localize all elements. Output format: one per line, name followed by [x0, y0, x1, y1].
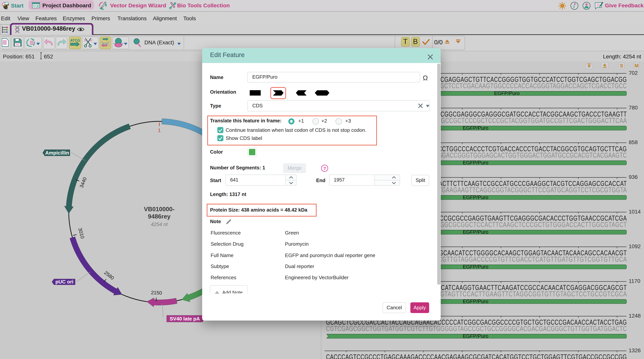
svg-text:pUC ori: pUC ori: [56, 279, 74, 285]
svg-text:i: i: [573, 4, 575, 9]
svg-text:702: 702: [629, 70, 638, 76]
svg-text:CACCCAGTCCGCCCTGAGCAAAGACCCCAA: CACCCAGTCCGCCCTGAGCAAAGACCCCAACGAGAAGCGC…: [326, 353, 627, 359]
svg-text:EGFP/Puro: EGFP/Puro: [463, 229, 488, 235]
svg-text:SV40 late pA: SV40 late pA: [170, 316, 200, 322]
svg-text:EGFP/Puro: EGFP/Puro: [463, 125, 488, 131]
svg-text:EGFP/Puro: EGFP/Puro: [463, 299, 488, 304]
svg-text:EGFP/Puro: EGFP/Puro: [463, 264, 488, 270]
svg-text:EGFP/Puro: EGFP/Puro: [463, 333, 488, 339]
svg-text:ATCG: ATCG: [70, 38, 80, 42]
svg-text:780: 780: [629, 105, 638, 111]
svg-text:1326: 1326: [629, 348, 641, 353]
svg-text:4254 nt: 4254 nt: [151, 221, 168, 227]
svg-text:?: ?: [323, 166, 326, 171]
svg-text:9486rey: 9486rey: [148, 213, 170, 220]
svg-text:858: 858: [629, 140, 638, 146]
svg-text:1014: 1014: [629, 209, 641, 215]
svg-text:EGFP/Puro: EGFP/Puro: [463, 160, 488, 166]
svg-text:3440: 3440: [78, 177, 88, 189]
svg-text:Ampicillin: Ampicillin: [45, 150, 69, 156]
svg-text:2150: 2150: [151, 290, 162, 296]
svg-text:EGFP/Puro: EGFP/Puro: [463, 195, 488, 200]
svg-text:CGTCGAGCGGCTGGTGATGGTCGTCTTGTG: CGTCGAGCGGCTGGTGATGGTCGTCTTGTGGGGGTAGCCG…: [326, 324, 627, 332]
svg-text:936: 936: [629, 174, 638, 180]
svg-text:2580: 2580: [103, 270, 115, 281]
svg-text:EGFP/Puro: EGFP/Puro: [494, 91, 520, 96]
svg-text:1: 1: [158, 128, 160, 133]
svg-text:VB010000-: VB010000-: [144, 206, 174, 213]
svg-text:1092: 1092: [629, 244, 641, 249]
svg-text:1170: 1170: [629, 278, 640, 284]
svg-text:1248: 1248: [629, 313, 641, 319]
svg-text:3010: 3010: [78, 227, 86, 239]
